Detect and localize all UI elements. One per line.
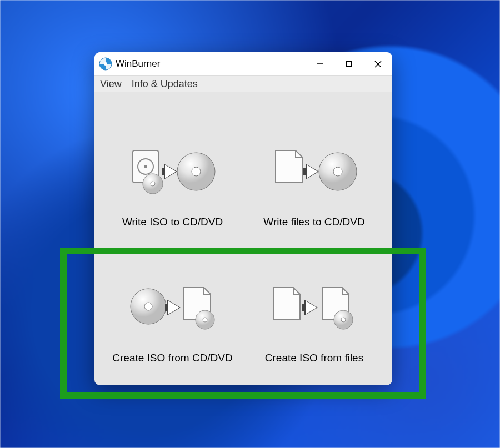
svg-point-24 — [203, 318, 207, 322]
svg-marker-16 — [307, 165, 318, 178]
svg-point-8 — [144, 165, 147, 168]
svg-point-1 — [104, 62, 107, 66]
action-label: Write ISO to CD/DVD — [122, 216, 223, 228]
write-iso-to-disc-icon — [128, 144, 217, 199]
svg-rect-3 — [347, 62, 352, 67]
menu-view[interactable]: View — [100, 78, 122, 90]
svg-marker-22 — [168, 301, 179, 314]
action-create-iso-from-cd-dvd[interactable]: Create ISO from CD/DVD — [104, 241, 241, 372]
action-create-iso-from-files[interactable]: Create ISO from files — [246, 241, 382, 372]
svg-point-20 — [144, 303, 152, 310]
action-label: Create ISO from CD/DVD — [112, 352, 232, 364]
disc-to-iso-icon — [128, 280, 217, 335]
action-write-files-to-cd-dvd[interactable]: Write files to CD/DVD — [246, 105, 382, 236]
winburner-window: WinBurner View Info & Updates — [94, 52, 392, 385]
action-label: Create ISO from files — [265, 352, 363, 364]
title-bar[interactable]: WinBurner — [94, 52, 392, 75]
menu-info-updates[interactable]: Info & Updates — [132, 78, 198, 90]
svg-point-18 — [333, 167, 342, 176]
window-controls — [306, 52, 392, 75]
maximize-button[interactable] — [334, 52, 363, 75]
svg-point-10 — [151, 182, 155, 186]
write-files-to-disc-icon — [270, 144, 359, 199]
svg-marker-12 — [165, 165, 176, 178]
action-write-iso-to-cd-dvd[interactable]: Write ISO to CD/DVD — [104, 105, 241, 236]
svg-point-28 — [341, 318, 346, 322]
files-to-iso-icon — [270, 280, 359, 335]
svg-point-14 — [192, 167, 201, 176]
app-title: WinBurner — [116, 58, 160, 69]
actions-grid: Write ISO to CD/DVD — [94, 92, 392, 385]
app-logo-icon — [99, 57, 112, 71]
menu-bar: View Info & Updates — [94, 75, 392, 92]
minimize-button[interactable] — [306, 52, 334, 75]
action-label: Write files to CD/DVD — [263, 216, 364, 228]
close-button[interactable] — [363, 52, 392, 75]
svg-marker-26 — [306, 301, 317, 314]
